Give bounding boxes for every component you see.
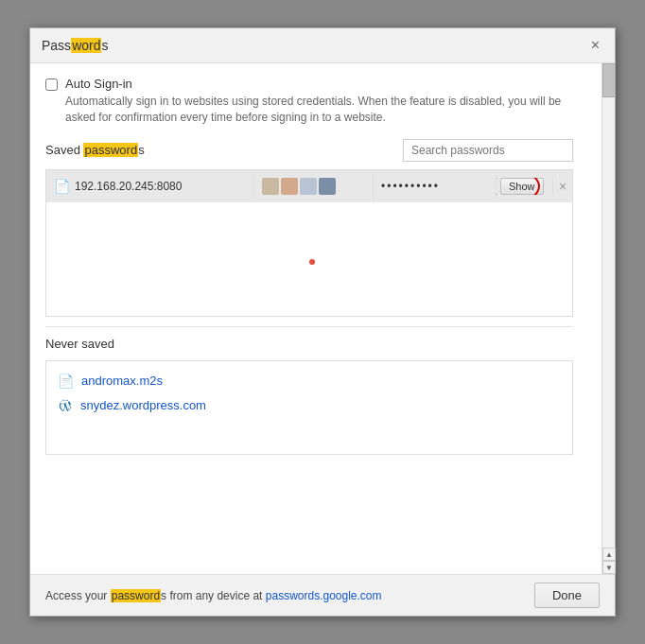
passwords-table: 📄 192.168.20.245:8080	[45, 169, 573, 317]
never-saved-section: Never saved 📄 andromax.m2s	[45, 337, 573, 455]
dialog-title: Passwords	[42, 38, 108, 53]
avatar-mosaic	[262, 178, 338, 195]
scrollbar-track[interactable]: ▲ ▼	[601, 63, 615, 574]
auto-signin-description: Automatically sign in to websites using …	[65, 95, 561, 124]
show-button[interactable]: Show	[500, 178, 544, 195]
avatar-tile	[262, 178, 279, 195]
section-divider	[45, 326, 573, 327]
show-cell: Show	[497, 178, 553, 195]
search-input[interactable]	[403, 139, 573, 162]
doc-icon: 📄	[58, 374, 74, 389]
show-btn-wrapper: Show	[500, 178, 544, 195]
saved-passwords-header: Saved passwords	[45, 139, 573, 162]
auto-signin-checkbox[interactable]	[45, 78, 58, 91]
avatar-tile	[281, 178, 298, 195]
dialog-footer: Access your passwords from any device at…	[30, 574, 615, 616]
wordpress-icon	[58, 398, 73, 413]
saved-passwords-title: Saved passwords	[45, 143, 145, 157]
footer-text: Access your passwords from any device at…	[45, 589, 382, 602]
doc-icon: 📄	[54, 179, 70, 194]
auto-signin-text: Auto Sign-in Automatically sign in to we…	[65, 77, 573, 126]
passwords-dialog: Passwords × Auto Sign-in Automatically s…	[29, 27, 616, 617]
table-row: 📄 192.168.20.245:8080	[46, 170, 572, 202]
never-saved-title: Never saved	[45, 337, 573, 351]
empty-area	[46, 202, 572, 316]
password-cell: ••••••••••	[374, 175, 497, 198]
site-url: 192.168.20.245:8080	[75, 180, 182, 193]
never-saved-item: 📄 andromax.m2s	[46, 369, 572, 393]
done-button[interactable]: Done	[534, 583, 600, 608]
never-saved-item: snydez.wordpress.com	[46, 393, 572, 418]
never-saved-link-snydez[interactable]: snydez.wordpress.com	[80, 398, 206, 412]
password-dots: ••••••••••	[381, 180, 440, 193]
dot-indicator	[309, 259, 315, 265]
delete-cell[interactable]: ×	[553, 179, 572, 194]
footer-link[interactable]: passwords.google.com	[266, 589, 382, 602]
scrollbar-up-arrow[interactable]: ▲	[602, 548, 616, 561]
avatar-tile	[319, 178, 336, 195]
auto-signin-row: Auto Sign-in Automatically sign in to we…	[45, 77, 573, 126]
scroll-content: Auto Sign-in Automatically sign in to we…	[30, 63, 601, 574]
scrollbar-down-arrow[interactable]: ▼	[602, 561, 616, 574]
never-saved-list: 📄 andromax.m2s snydez.wordpress.c	[45, 360, 573, 455]
scrollbar-thumb[interactable]	[602, 63, 616, 97]
never-saved-link-andromax[interactable]: andromax.m2s	[81, 374, 163, 388]
title-bar: Passwords ×	[30, 28, 615, 63]
auto-signin-label: Auto Sign-in	[65, 77, 573, 91]
avatar-tile	[300, 178, 317, 195]
username-cell	[254, 173, 374, 200]
site-cell: 📄 192.168.20.245:8080	[46, 174, 254, 199]
close-button[interactable]: ×	[587, 36, 603, 55]
content-area: Auto Sign-in Automatically sign in to we…	[30, 63, 588, 544]
bottom-spacer	[45, 455, 573, 531]
